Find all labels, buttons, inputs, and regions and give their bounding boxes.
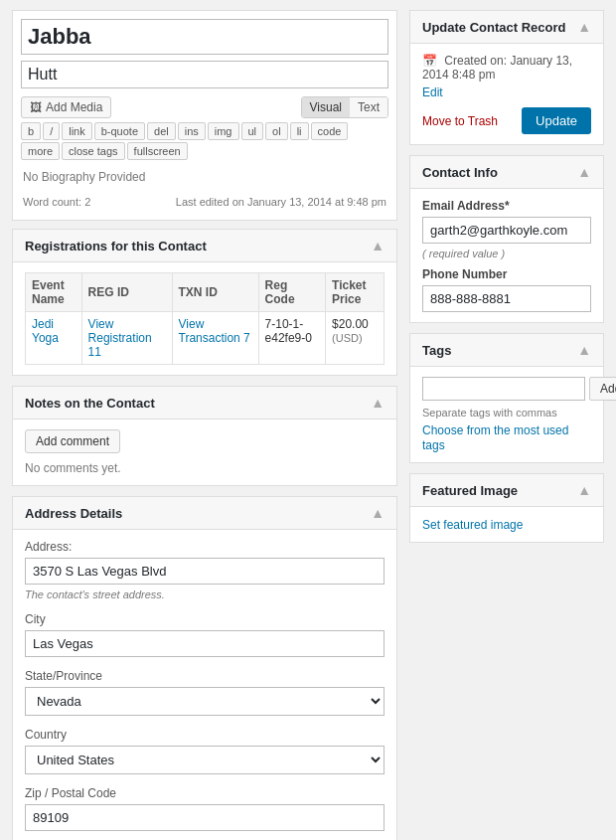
table-header-row: Event Name REG ID TXN ID Reg Code Ticket…: [26, 273, 385, 312]
update-panel-body: 📅 Created on: January 13, 2014 8:48 pm E…: [410, 44, 603, 144]
col-txn-id: TXN ID: [172, 273, 258, 312]
notes-panel: Notes on the Contact ▲ Add comment No co…: [12, 386, 397, 486]
visual-text-toggle: Visual Text: [301, 96, 388, 118]
featured-image-body: Set featured image: [410, 507, 603, 542]
bquote-button[interactable]: b-quote: [94, 122, 145, 140]
add-tag-button[interactable]: Add: [589, 377, 616, 401]
main-column: 🖼 Add Media Visual Text b / link b-quote…: [12, 10, 397, 840]
transaction-link[interactable]: View Transaction 7: [179, 317, 250, 345]
contact-info-panel: Contact Info ▲ Email Address* ( required…: [409, 155, 604, 323]
ins-button[interactable]: ins: [178, 122, 206, 140]
city-field-group: City: [25, 612, 385, 657]
email-label: Email Address*: [422, 199, 591, 213]
tags-panel-body: Add Separate tags with commas Choose fro…: [410, 367, 603, 462]
phone-label: Phone Number: [422, 267, 591, 281]
link-button[interactable]: link: [62, 122, 92, 140]
more-button[interactable]: more: [21, 142, 60, 160]
country-field-group: Country United States: [25, 728, 385, 774]
featured-image-header: Featured Image ▲: [410, 474, 603, 507]
notes-title: Notes on the Contact: [25, 396, 155, 411]
state-field-group: State/Province Nevada: [25, 669, 385, 716]
address-input[interactable]: [25, 558, 385, 585]
no-comments-text: No comments yet.: [25, 461, 385, 475]
featured-image-toggle-icon[interactable]: ▲: [577, 482, 591, 498]
img-button[interactable]: img: [208, 122, 239, 140]
email-input[interactable]: [422, 217, 591, 244]
state-select[interactable]: Nevada: [25, 687, 385, 716]
format-buttons-row: b / link b-quote del ins img ul ol li co…: [21, 122, 388, 160]
created-text: Created on: January 13, 2014 8:48 pm: [422, 54, 572, 82]
last-edited: Last edited on January 13, 2014 at 9:48 …: [176, 196, 386, 208]
visual-tab[interactable]: Visual: [302, 97, 350, 117]
address-panel-body: Address: The contact's street address. C…: [13, 530, 396, 840]
first-name-input[interactable]: [21, 19, 388, 55]
add-media-label: Add Media: [46, 100, 102, 114]
country-select[interactable]: United States: [25, 746, 385, 774]
italic-button[interactable]: /: [43, 122, 60, 140]
update-panel-title: Update Contact Record: [422, 20, 565, 35]
choose-tags-link[interactable]: Choose from the most used tags: [422, 423, 568, 452]
col-reg-code: Reg Code: [258, 273, 325, 312]
text-tab[interactable]: Text: [350, 97, 387, 117]
col-ticket-price: Ticket Price: [326, 273, 385, 312]
col-reg-id: REG ID: [81, 273, 172, 312]
name-section: 🖼 Add Media Visual Text b / link b-quote…: [12, 10, 397, 221]
contact-info-body: Email Address* ( required value ) Phone …: [410, 189, 603, 322]
set-featured-image-link[interactable]: Set featured image: [422, 518, 523, 532]
state-label: State/Province: [25, 669, 385, 683]
li-button[interactable]: li: [290, 122, 309, 140]
ul-button[interactable]: ul: [241, 122, 264, 140]
last-name-input[interactable]: [21, 61, 388, 88]
update-panel-header: Update Contact Record ▲: [410, 11, 603, 44]
col-event-name: Event Name: [26, 273, 82, 312]
close-tags-button[interactable]: close tags: [62, 142, 125, 160]
move-to-trash-link[interactable]: Move to Trash: [422, 114, 498, 128]
registrations-table: Event Name REG ID TXN ID Reg Code Ticket…: [25, 272, 385, 365]
update-toggle-icon[interactable]: ▲: [577, 19, 591, 35]
ticket-price-cell: $20.00(USD): [326, 312, 385, 365]
city-input[interactable]: [25, 630, 385, 657]
tag-input[interactable]: [422, 377, 585, 401]
zip-input[interactable]: [25, 804, 385, 831]
featured-image-title: Featured Image: [422, 483, 518, 498]
update-panel: Update Contact Record ▲ 📅 Created on: Ja…: [409, 10, 604, 145]
bold-button[interactable]: b: [21, 122, 41, 140]
city-label: City: [25, 612, 385, 626]
tags-title: Tags: [422, 343, 451, 358]
code-button[interactable]: code: [311, 122, 349, 140]
del-button[interactable]: del: [147, 122, 176, 140]
featured-image-panel: Featured Image ▲ Set featured image: [409, 473, 604, 543]
zip-label: Zip / Postal Code: [25, 786, 385, 800]
phone-input[interactable]: [422, 285, 591, 312]
address-toggle-icon[interactable]: ▲: [371, 505, 385, 521]
tags-toggle-icon[interactable]: ▲: [577, 342, 591, 358]
add-comment-button[interactable]: Add comment: [25, 429, 120, 453]
event-name-cell: Jedi Yoga: [26, 312, 82, 365]
address-field-group: Address: The contact's street address.: [25, 540, 385, 600]
editor-toolbar-row: 🖼 Add Media Visual Text: [21, 96, 388, 118]
table-row: Jedi Yoga View Registration 11 View Tran…: [26, 312, 385, 365]
fullscreen-button[interactable]: fullscreen: [127, 142, 188, 160]
address-panel: Address Details ▲ Address: The contact's…: [12, 496, 397, 840]
reg-code-cell: 7-10-1-e42fe9-0: [258, 312, 325, 365]
update-button[interactable]: Update: [522, 107, 591, 134]
tags-input-row: Add: [422, 377, 591, 401]
tags-hint: Separate tags with commas: [422, 407, 591, 419]
notes-toggle-icon[interactable]: ▲: [371, 395, 385, 411]
address-title: Address Details: [25, 506, 122, 521]
word-count-row: Word count: 2 Last edited on January 13,…: [21, 192, 388, 212]
contact-info-toggle-icon[interactable]: ▲: [577, 164, 591, 180]
country-label: Country: [25, 728, 385, 742]
event-name-link[interactable]: Jedi Yoga: [32, 317, 59, 345]
ol-button[interactable]: ol: [265, 122, 288, 140]
reg-id-cell: View Registration 11: [81, 312, 172, 365]
add-media-button[interactable]: 🖼 Add Media: [21, 96, 111, 118]
edit-link[interactable]: Edit: [422, 85, 591, 99]
no-biography-text: No Biography Provided: [21, 166, 388, 188]
registrations-panel-body: Event Name REG ID TXN ID Reg Code Ticket…: [13, 262, 396, 375]
zip-field-group: Zip / Postal Code: [25, 786, 385, 831]
registrations-toggle-icon[interactable]: ▲: [371, 238, 385, 253]
txn-id-cell: View Transaction 7: [172, 312, 258, 365]
registration-link[interactable]: View Registration 11: [88, 317, 152, 359]
registrations-title: Registrations for this Contact: [25, 239, 207, 253]
